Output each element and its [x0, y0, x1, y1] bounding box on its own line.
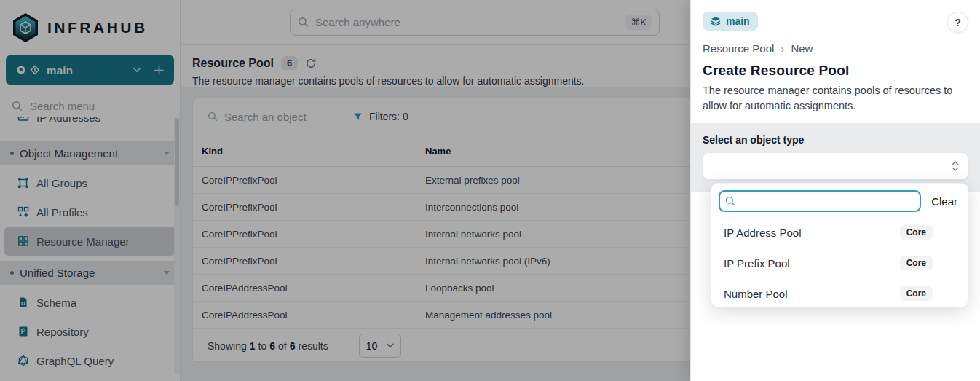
create-resource-pool-drawer: main ? Resource Pool › New Create Resour… — [690, 0, 980, 381]
chevron-right-icon: › — [781, 42, 784, 55]
option-label: Number Pool — [724, 288, 788, 300]
object-type-dropdown: Clear IP Address Pool Core IP Prefix Poo… — [711, 183, 968, 307]
breadcrumb-resource-pool[interactable]: Resource Pool — [703, 42, 774, 55]
option-ip-prefix-pool[interactable]: IP Prefix Pool Core — [719, 248, 960, 278]
breadcrumb: Resource Pool › New — [703, 42, 968, 55]
clear-button[interactable]: Clear — [931, 195, 957, 208]
drawer-title: Create Resource Pool — [703, 63, 968, 79]
layers-icon — [711, 16, 721, 26]
option-label: IP Address Pool — [724, 227, 801, 239]
object-type-label: Select an object type — [703, 134, 968, 146]
drawer-description: The resource manager contains pools of r… — [703, 83, 968, 123]
search-icon — [725, 196, 735, 206]
core-badge: Core — [900, 256, 933, 270]
option-ip-address-pool[interactable]: IP Address Pool Core — [719, 217, 960, 248]
branch-badge: main — [703, 12, 758, 31]
branch-badge-label: main — [726, 15, 750, 27]
object-type-select[interactable] — [703, 152, 968, 180]
option-number-pool[interactable]: Number Pool Core — [719, 278, 960, 309]
core-badge: Core — [900, 286, 933, 301]
core-badge: Core — [900, 225, 933, 240]
drawer-header: main ? Resource Pool › New Create Resour… — [691, 0, 980, 123]
object-type-section: Select an object type — [691, 123, 980, 192]
chevron-up-down-icon — [952, 160, 959, 172]
dropdown-search-input[interactable] — [719, 190, 921, 212]
breadcrumb-new: New — [791, 42, 813, 55]
help-button[interactable]: ? — [947, 12, 968, 33]
option-label: IP Prefix Pool — [724, 257, 790, 270]
